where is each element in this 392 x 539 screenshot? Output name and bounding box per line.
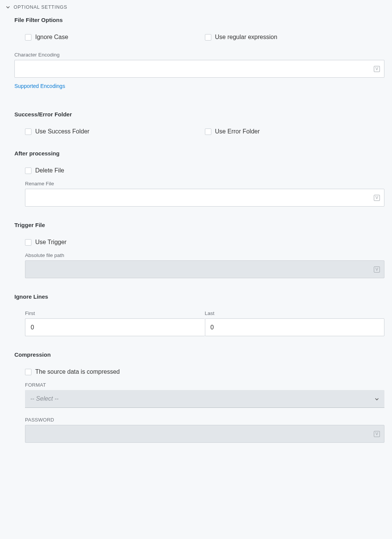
use-regex-label: Use regular expression — [215, 34, 278, 41]
delete-file-checkbox[interactable] — [25, 168, 31, 174]
use-trigger-checkbox[interactable] — [25, 239, 31, 246]
format-label: FORMAT — [25, 382, 384, 388]
ignore-case-label: Ignore Case — [35, 34, 68, 41]
char-encoding-input[interactable] — [14, 60, 384, 78]
section-title-compression: Compression — [14, 351, 384, 358]
section-title-after-processing: After processing — [14, 150, 384, 157]
variable-icon[interactable]: V — [374, 66, 380, 72]
section-title-success-error: Success/Error Folder — [14, 111, 384, 118]
source-compressed-label: The source data is compressed — [35, 368, 120, 375]
use-regex-checkbox[interactable] — [205, 34, 211, 41]
use-error-folder-label: Use Error Folder — [215, 128, 260, 135]
variable-icon[interactable]: V — [374, 431, 380, 437]
supported-encodings-link[interactable]: Supported Encodings — [14, 83, 65, 89]
rename-file-label: Rename File — [25, 181, 384, 186]
section-title-trigger-file: Trigger File — [14, 222, 384, 228]
use-trigger-label: Use Trigger — [35, 239, 67, 246]
absolute-file-path-input — [25, 260, 384, 278]
delete-file-label: Delete File — [35, 167, 64, 174]
password-label: PASSWORD — [25, 417, 384, 423]
expander-title: OPTIONAL SETTINGS — [14, 5, 67, 10]
use-success-folder-label: Use Success Folder — [35, 128, 89, 135]
ignore-first-input[interactable] — [25, 318, 205, 336]
section-title-ignore-lines: Ignore Lines — [14, 293, 384, 300]
ignore-last-input[interactable] — [205, 318, 385, 336]
ignore-first-label: First — [25, 310, 205, 316]
variable-icon[interactable]: V — [374, 195, 380, 201]
use-success-folder-checkbox[interactable] — [25, 128, 31, 135]
rename-file-input[interactable] — [25, 189, 384, 207]
format-select-value: -- Select -- — [30, 395, 59, 402]
section-title-file-filter: File Filter Options — [14, 17, 384, 23]
ignore-last-label: Last — [205, 310, 385, 316]
optional-settings-expander[interactable]: OPTIONAL SETTINGS — [5, 5, 384, 17]
absolute-file-path-label: Absolute file path — [25, 252, 384, 258]
chevron-down-icon — [5, 5, 11, 10]
variable-icon[interactable]: V — [374, 266, 380, 273]
char-encoding-label: Character Encoding — [14, 52, 384, 58]
source-compressed-checkbox[interactable] — [25, 369, 31, 375]
ignore-case-checkbox[interactable] — [25, 34, 31, 41]
chevron-down-icon — [375, 397, 379, 401]
format-select[interactable]: -- Select -- — [25, 390, 384, 408]
password-input — [25, 425, 384, 443]
use-error-folder-checkbox[interactable] — [205, 128, 211, 135]
